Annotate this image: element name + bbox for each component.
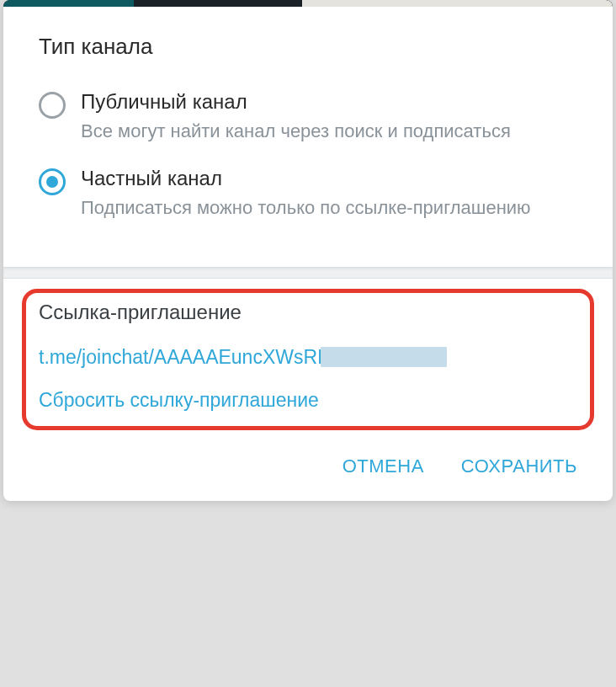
section-divider	[3, 267, 613, 279]
dialog-footer: ОТМЕНА СОХРАНИТЬ	[3, 437, 613, 501]
cancel-button[interactable]: ОТМЕНА	[343, 455, 424, 477]
invite-link[interactable]: t.me/joinchat/AAAAAEuncXWsRI	[39, 346, 322, 369]
radio-option-private[interactable]: Частный канал Подписаться можно только п…	[39, 167, 577, 221]
radio-description: Все могут найти канал через поиск и подп…	[81, 119, 577, 145]
radio-icon[interactable]	[39, 92, 66, 119]
title-bar-fragment	[3, 0, 613, 7]
radio-icon[interactable]	[39, 168, 66, 195]
invite-title: Ссылка-приглашение	[39, 301, 577, 324]
radio-label: Частный канал	[81, 167, 577, 190]
radio-dot-icon	[46, 176, 58, 188]
radio-option-public[interactable]: Публичный канал Все могут найти канал че…	[39, 90, 577, 145]
channel-type-section: Тип канала Публичный канал Все могут най…	[3, 7, 613, 267]
reset-invite-link[interactable]: Сбросить ссылку-приглашение	[39, 389, 577, 412]
radio-label: Публичный канал	[81, 90, 577, 114]
radio-description: Подписаться можно только по ссылке-пригл…	[81, 195, 577, 221]
invite-link-row: t.me/joinchat/AAAAAEuncXWsRI	[39, 346, 577, 369]
redacted-block	[321, 347, 447, 367]
channel-type-dialog: Тип канала Публичный канал Все могут най…	[3, 0, 613, 501]
invite-link-section: Ссылка-приглашение t.me/joinchat/AAAAAEu…	[3, 279, 613, 437]
section-title: Тип канала	[39, 34, 577, 60]
save-button[interactable]: СОХРАНИТЬ	[461, 455, 577, 477]
